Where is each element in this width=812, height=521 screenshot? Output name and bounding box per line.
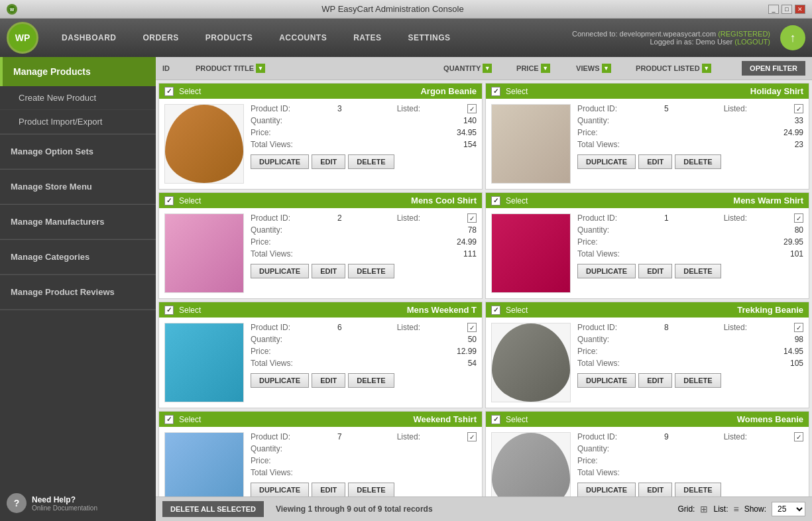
product-image xyxy=(164,432,244,496)
edit-button[interactable]: EDIT xyxy=(638,483,672,496)
app-logo: WP xyxy=(7,22,38,54)
upload-button[interactable]: ↑ xyxy=(780,25,805,50)
listed-checkbox[interactable]: ✓ xyxy=(467,104,477,113)
header-connection-info: Connected to: development.wpeasycart.com… xyxy=(572,30,770,46)
product-id-row: Product ID: 9 Listed: ✓ xyxy=(577,432,803,441)
help-sub[interactable]: Online Documentation xyxy=(32,504,97,512)
col-header-price[interactable]: PRICE ▼ xyxy=(516,64,576,73)
list-view-button[interactable]: ≡ xyxy=(733,504,738,514)
qty-value: 78 xyxy=(468,225,477,235)
sidebar-item-manage-option-sets[interactable]: Manage Option Sets xyxy=(0,135,156,169)
col-header-qty[interactable]: QUANTITY ▼ xyxy=(443,64,516,73)
product-id-row: Product ID: 1 Listed: ✓ xyxy=(577,213,803,223)
nav-rates[interactable]: RATES xyxy=(340,19,394,57)
nav-accounts[interactable]: ACCOUNTS xyxy=(266,19,340,57)
duplicate-button[interactable]: DUPLICATE xyxy=(251,154,309,169)
sort-views-icon[interactable]: ▼ xyxy=(602,64,611,73)
edit-button[interactable]: EDIT xyxy=(638,154,672,169)
listed-checkbox[interactable]: ✓ xyxy=(794,104,803,113)
show-dropdown[interactable]: 25 50 100 xyxy=(772,502,805,516)
minimize-button[interactable]: _ xyxy=(768,5,779,14)
product-img-shape xyxy=(165,433,243,496)
close-button[interactable]: ✕ xyxy=(795,5,805,14)
sort-listed-icon[interactable]: ▼ xyxy=(702,64,711,73)
edit-button[interactable]: EDIT xyxy=(312,154,345,169)
edit-button[interactable]: EDIT xyxy=(312,373,345,388)
nav-dashboard[interactable]: DASHBOARD xyxy=(48,19,130,57)
product-select-checkbox[interactable] xyxy=(491,306,500,315)
sidebar-item-manage-categories[interactable]: Manage Categories xyxy=(0,240,156,274)
price-label: Price: xyxy=(251,128,271,137)
product-select-label: Select xyxy=(179,415,201,424)
edit-button[interactable]: EDIT xyxy=(312,483,345,496)
col-header-listed[interactable]: PRODUCT LISTED ▼ xyxy=(636,64,742,73)
delete-button[interactable]: DELETE xyxy=(348,154,394,169)
duplicate-button[interactable]: DUPLICATE xyxy=(577,483,636,496)
edit-button[interactable]: EDIT xyxy=(638,373,672,388)
col-header-views[interactable]: VIEWS ▼ xyxy=(576,64,636,73)
sidebar-item-create-new-product[interactable]: Create New Product xyxy=(0,86,156,110)
nav-settings[interactable]: SETTINGS xyxy=(394,19,463,57)
delete-button[interactable]: DELETE xyxy=(348,373,394,388)
sidebar-item-manage-product-reviews[interactable]: Manage Product Reviews xyxy=(0,275,156,310)
delete-all-selected-button[interactable]: DELETE ALL SELECTED xyxy=(162,501,264,517)
product-img-shape xyxy=(492,433,570,496)
product-id-label: Product ID: xyxy=(577,104,617,113)
duplicate-button[interactable]: DUPLICATE xyxy=(577,373,636,388)
product-id-row: Product ID: 8 Listed: ✓ xyxy=(577,323,803,332)
delete-button[interactable]: DELETE xyxy=(675,264,721,278)
product-select-checkbox[interactable] xyxy=(164,87,174,96)
sidebar-item-manage-products[interactable]: Manage Products xyxy=(0,57,156,86)
listed-checkbox[interactable]: ✓ xyxy=(794,213,803,223)
sidebar-item-product-import-export[interactable]: Product Import/Export xyxy=(0,110,156,134)
sort-title-icon[interactable]: ▼ xyxy=(256,64,265,73)
product-select-checkbox[interactable] xyxy=(164,196,174,205)
nav-products[interactable]: PRODUCTS xyxy=(192,19,266,57)
sort-qty-icon[interactable]: ▼ xyxy=(483,64,492,73)
duplicate-button[interactable]: DUPLICATE xyxy=(251,483,309,496)
open-filter-button[interactable]: OPEN FILTER xyxy=(742,61,805,76)
edit-button[interactable]: EDIT xyxy=(638,264,672,278)
duplicate-button[interactable]: DUPLICATE xyxy=(577,154,636,169)
price-value: 12.99 xyxy=(457,347,477,356)
listed-label: Listed: xyxy=(724,213,747,223)
product-select-checkbox[interactable] xyxy=(164,306,174,315)
product-image xyxy=(491,432,571,496)
logout-button[interactable]: (LOGOUT) xyxy=(734,38,770,46)
qty-label: Quantity: xyxy=(577,444,609,453)
sort-price-icon[interactable]: ▼ xyxy=(541,64,550,73)
listed-checkbox[interactable]: ✓ xyxy=(467,213,477,223)
listed-checkbox[interactable]: ✓ xyxy=(467,323,477,332)
grid-view-button[interactable]: ⊞ xyxy=(700,504,708,514)
delete-button[interactable]: DELETE xyxy=(675,373,721,388)
main-content: Manage Products Create New Product Produ… xyxy=(0,57,812,521)
maximize-button[interactable]: □ xyxy=(782,5,792,14)
listed-checkbox[interactable]: ✓ xyxy=(467,432,477,441)
product-select-checkbox[interactable] xyxy=(491,415,500,424)
duplicate-button[interactable]: DUPLICATE xyxy=(577,264,636,278)
delete-button[interactable]: DELETE xyxy=(348,483,394,496)
col-header-id[interactable]: ID xyxy=(162,64,196,72)
product-qty-row: Quantity: 80 xyxy=(577,225,803,235)
product-select-checkbox[interactable] xyxy=(491,87,500,96)
sidebar-item-manage-store-menu[interactable]: Manage Store Menu xyxy=(0,170,156,204)
listed-checkbox[interactable]: ✓ xyxy=(794,432,803,441)
product-select-checkbox[interactable] xyxy=(164,415,174,424)
product-select-checkbox[interactable] xyxy=(491,196,500,205)
price-value: 24.99 xyxy=(783,128,803,137)
duplicate-button[interactable]: DUPLICATE xyxy=(251,264,309,278)
delete-button[interactable]: DELETE xyxy=(675,154,721,169)
listed-checkbox[interactable]: ✓ xyxy=(794,323,803,332)
nav-orders[interactable]: ORDERS xyxy=(130,19,192,57)
help-title[interactable]: Need Help? xyxy=(32,495,97,504)
product-id-value: 9 xyxy=(664,432,669,441)
col-header-title[interactable]: PRODUCT TITLE ▼ xyxy=(196,64,443,73)
product-card-header: Select Trekking Beanie xyxy=(486,302,809,318)
sidebar-item-manage-manufacturers[interactable]: Manage Manufacturers xyxy=(0,205,156,239)
delete-button[interactable]: DELETE xyxy=(348,264,394,278)
sidebar: Manage Products Create New Product Produ… xyxy=(0,57,156,521)
delete-button[interactable]: DELETE xyxy=(675,483,721,496)
duplicate-button[interactable]: DUPLICATE xyxy=(251,373,309,388)
product-id-label: Product ID: xyxy=(251,323,290,332)
edit-button[interactable]: EDIT xyxy=(312,264,345,278)
